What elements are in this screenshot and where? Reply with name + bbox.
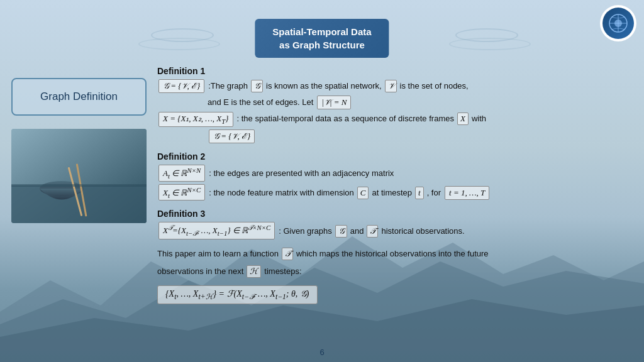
photo-svg xyxy=(11,129,147,223)
para-text2b: observations in the next xyxy=(157,266,243,276)
def3-math2: 𝒢 xyxy=(335,225,347,238)
svg-rect-12 xyxy=(11,184,147,187)
para-math2: ℋ xyxy=(247,265,261,278)
def1-text2: is known as the spatial network, xyxy=(266,81,382,90)
para-text2: which maps the historical observations i… xyxy=(296,249,489,258)
final-formula: {Xt, …, Xt+ℋ} = ℱ(Xt−𝒯, …, Xt−1; θ, 𝒢) xyxy=(157,285,318,304)
graph-definition-label: Graph Definition xyxy=(40,90,118,103)
title-line2: as Graph Structure xyxy=(272,38,371,52)
logo-inner xyxy=(602,8,634,39)
def1-row2: and E is the set of edges. Let |𝒱| = N xyxy=(157,95,631,110)
def3-text3: historical observations. xyxy=(381,226,464,236)
page-number: 6 xyxy=(319,348,324,357)
para-text1: This paper aim to learn a function xyxy=(157,249,279,258)
graph-definition-box: Graph Definition xyxy=(11,78,147,116)
def1-row1: 𝒢 = {𝒱, ℰ} :The graph 𝒢 is known as the … xyxy=(157,79,631,94)
def2-text3: at timestep xyxy=(372,188,412,197)
def1-row3: X = {X₁, X₂, …, XT} : the spatial-tempor… xyxy=(157,111,631,128)
def3-text2: and xyxy=(350,226,364,236)
chopstick-photo xyxy=(11,129,147,223)
def3-row1: X𝒯={Xt−𝒯, …, Xt−1} ∈ ℝ𝒯×N×C : Given grap… xyxy=(157,221,631,240)
paragraph-row2: observations in the next ℋ timesteps: xyxy=(157,265,631,278)
def2-text1: : the edges are presented with an adjace… xyxy=(209,168,394,178)
photo-box xyxy=(11,129,147,223)
def1-math4: |𝒱| = N xyxy=(317,96,351,109)
definition-2-block: Definition 2 At ∈ ℝN×N : the edges are p… xyxy=(157,151,631,202)
def1-math5: X = {X₁, X₂, …, XT} xyxy=(158,112,233,127)
def1-text4: : the spatial-temporal data as a sequenc… xyxy=(237,114,454,123)
cloud-decoration-right2 xyxy=(449,38,531,50)
def2-title: Definition 2 xyxy=(157,151,631,162)
def1-math6: X xyxy=(457,112,469,125)
def1-text5: with xyxy=(472,114,486,123)
main-content: Definition 1 𝒢 = {𝒱, ℰ} :The graph 𝒢 is … xyxy=(157,66,631,337)
def1-text3b: and E is the set of edges. Let xyxy=(208,97,313,107)
def2-row2: Xt ∈ ℝN×C : the node feature matrix with… xyxy=(157,184,631,202)
university-logo xyxy=(600,5,636,41)
def1-math3: 𝒱 xyxy=(385,80,397,92)
def1-row4: 𝒢 = {𝒱, ℰ} xyxy=(157,129,631,144)
def2-text2: : the node feature matrix with dimension xyxy=(209,188,354,197)
def3-title: Definition 3 xyxy=(157,209,631,219)
paragraph-block: This paper aim to learn a function 𝒯 whi… xyxy=(157,248,631,260)
def3-math3: 𝒯 xyxy=(367,225,378,238)
final-formula-container: {Xt, …, Xt+ℋ} = ℱ(Xt−𝒯, …, Xt−1; θ, 𝒢) xyxy=(157,283,631,307)
def2-text4: , for xyxy=(427,188,441,197)
def1-math7: 𝒢 = {𝒱, ℰ} xyxy=(209,129,255,143)
definition-1-block: Definition 1 𝒢 = {𝒱, ℰ} :The graph 𝒢 is … xyxy=(157,66,631,144)
cloud-decoration-left2 xyxy=(138,38,220,50)
def2-math1: At ∈ ℝN×N xyxy=(158,165,205,182)
def1-title: Definition 1 xyxy=(157,66,631,76)
slide-title: Spatial-Temporal Data as Graph Structure xyxy=(255,19,389,58)
def3-math1: X𝒯={Xt−𝒯, …, Xt−1} ∈ ℝ𝒯×N×C xyxy=(158,222,275,239)
def1-math1: 𝒢 = {𝒱, ℰ} xyxy=(158,79,204,93)
title-line1: Spatial-Temporal Data xyxy=(272,25,371,38)
definition-3-block: Definition 3 X𝒯={Xt−𝒯, …, Xt−1} ∈ ℝ𝒯×N×C… xyxy=(157,209,631,240)
def1-math2: 𝒢 xyxy=(251,80,263,92)
para-math1: 𝒯 xyxy=(282,248,293,260)
def1-text1: :The graph xyxy=(208,81,248,90)
def2-math4: t xyxy=(415,187,424,199)
def2-row1: At ∈ ℝN×N : the edges are presented with… xyxy=(157,164,631,182)
def3-text1: : Given graphs xyxy=(279,226,332,236)
para-text3: timesteps: xyxy=(264,266,301,276)
def2-math5: t = 1, …, T xyxy=(445,186,489,200)
logo-icon xyxy=(607,12,630,35)
def2-math3: C xyxy=(357,187,369,199)
def1-text3: is the set of nodes, xyxy=(400,81,469,90)
def2-math2: Xt ∈ ℝN×C xyxy=(158,184,205,201)
